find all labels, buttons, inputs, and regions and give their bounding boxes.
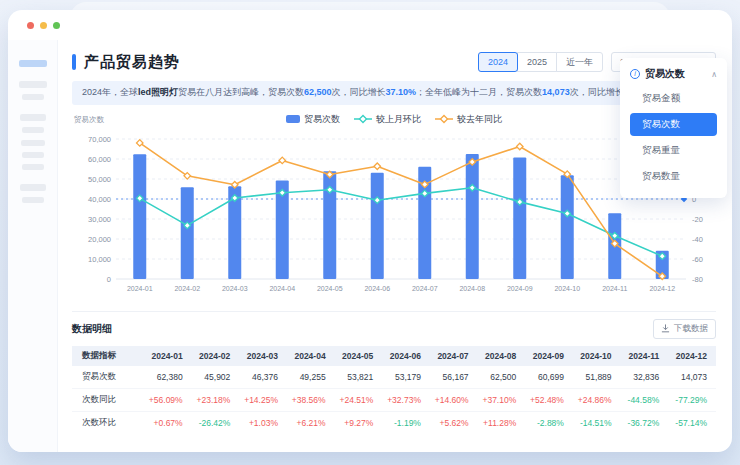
table-header-cell: 2024-09 bbox=[525, 346, 573, 366]
x-axis-label: 2024-02 bbox=[174, 285, 200, 292]
table-cell: 62,500 bbox=[478, 366, 526, 389]
table-cell: +38.56% bbox=[287, 389, 335, 412]
table-cell: -57.14% bbox=[668, 412, 716, 435]
year-filter-button[interactable]: 2024 bbox=[478, 52, 518, 72]
table-cell: -36.72% bbox=[621, 412, 669, 435]
sidebar-nav-item[interactable] bbox=[19, 81, 47, 88]
sidebar-nav-item[interactable] bbox=[22, 127, 44, 133]
sidebar-nav-item[interactable] bbox=[22, 164, 44, 170]
table-cell: +5.62% bbox=[430, 412, 478, 435]
legend-label: 较去年同比 bbox=[457, 113, 502, 126]
legend-item[interactable]: 贸易次数 bbox=[286, 113, 340, 126]
sidebar-nav-item[interactable] bbox=[21, 140, 45, 146]
dropdown-selected-label: 贸易次数 bbox=[645, 67, 685, 81]
svg-text:-80: -80 bbox=[692, 274, 703, 283]
sidebar-nav-item[interactable] bbox=[22, 152, 44, 158]
sidebar-nav-item[interactable] bbox=[22, 94, 44, 100]
summary-segment: 贸易在八月达到高峰，贸易次数 bbox=[178, 87, 304, 97]
svg-text:30,000: 30,000 bbox=[88, 214, 111, 223]
year-filter-button[interactable]: 2025 bbox=[517, 52, 557, 72]
app-window: 产品贸易趋势 20242025近一年 2024-01 → 2024-12 202… bbox=[8, 10, 732, 452]
legend-line-marker bbox=[435, 114, 453, 124]
table-row: 次数同比+56.09%+23.18%+14.25%+38.56%+24.51%+… bbox=[72, 389, 716, 412]
summary-segment: 次，同比增长 bbox=[570, 87, 624, 97]
svg-text:10,000: 10,000 bbox=[88, 254, 111, 263]
table-cell: +14.60% bbox=[430, 389, 478, 412]
chevron-up-icon[interactable]: ∧ bbox=[711, 70, 717, 79]
svg-text:-60: -60 bbox=[692, 254, 703, 263]
table-cell: +0.67% bbox=[144, 412, 192, 435]
x-axis-label: 2024-01 bbox=[127, 285, 153, 292]
sidebar bbox=[8, 40, 58, 452]
dropdown-options: 贸易金额贸易次数贸易重量贸易数量 bbox=[630, 87, 717, 188]
table-header-cell: 2024-02 bbox=[192, 346, 240, 366]
dropdown-option-item[interactable]: 贸易数量 bbox=[630, 165, 717, 188]
sidebar-nav-item[interactable] bbox=[20, 114, 46, 121]
data-detail-section: 数据明细 下载数据 数据指标2024-012024-022024-032024-… bbox=[72, 311, 716, 435]
download-label: 下载数据 bbox=[674, 323, 708, 335]
table-cell: 62,380 bbox=[144, 366, 192, 389]
dropdown-option-item[interactable]: 贸易金额 bbox=[630, 87, 717, 110]
table-cell: +14.25% bbox=[239, 389, 287, 412]
download-data-button[interactable]: 下载数据 bbox=[653, 319, 716, 339]
table-header-cell: 2024-12 bbox=[668, 346, 716, 366]
svg-text:0: 0 bbox=[107, 274, 111, 283]
legend-label: 较上月环比 bbox=[376, 113, 421, 126]
legend-item[interactable]: 较去年同比 bbox=[435, 113, 502, 126]
legend-item[interactable]: 较上月环比 bbox=[354, 113, 421, 126]
table-header-cell: 2024-08 bbox=[478, 346, 526, 366]
x-axis-label: 2024-05 bbox=[317, 285, 343, 292]
table-header-cell: 2024-04 bbox=[287, 346, 335, 366]
table-cell: 53,179 bbox=[382, 366, 430, 389]
table-cell: 45,902 bbox=[192, 366, 240, 389]
dropdown-option-item[interactable]: 贸易重量 bbox=[630, 139, 717, 162]
summary-segment: 2024年，全球 bbox=[82, 87, 138, 97]
year-filter-button[interactable]: 近一年 bbox=[556, 52, 603, 72]
table-cell: +23.18% bbox=[192, 389, 240, 412]
sidebar-nav-item[interactable] bbox=[22, 197, 44, 203]
legend-label: 贸易次数 bbox=[304, 113, 340, 126]
title-accent-bar bbox=[72, 54, 76, 70]
svg-text:-40: -40 bbox=[692, 234, 703, 243]
x-axis-label: 2024-08 bbox=[459, 285, 485, 292]
bar bbox=[371, 172, 384, 278]
window-control-minimize[interactable] bbox=[40, 22, 47, 29]
table-cell: 53,821 bbox=[335, 366, 383, 389]
table-cell: -44.58% bbox=[621, 389, 669, 412]
download-icon bbox=[661, 324, 670, 333]
table-cell: +1.03% bbox=[239, 412, 287, 435]
sidebar-nav-item-active[interactable] bbox=[19, 60, 47, 67]
svg-text:-20: -20 bbox=[692, 214, 703, 223]
left-axis-title: 贸易次数 bbox=[74, 115, 104, 125]
window-control-maximize[interactable] bbox=[53, 22, 60, 29]
table-cell: 49,255 bbox=[287, 366, 335, 389]
table-cell: +24.86% bbox=[573, 389, 621, 412]
table-cell: 14,073 bbox=[668, 366, 716, 389]
year-button-group: 20242025近一年 bbox=[478, 52, 603, 72]
dropdown-option-selected[interactable]: 贸易次数 bbox=[630, 113, 717, 136]
section-title: 数据明细 bbox=[72, 322, 112, 336]
line-series bbox=[136, 184, 665, 259]
table-header-cell: 2024-07 bbox=[430, 346, 478, 366]
window-control-close[interactable] bbox=[27, 22, 34, 29]
table-cell: +6.21% bbox=[287, 412, 335, 435]
table-cell: 60,699 bbox=[525, 366, 573, 389]
summary-segment: 62,500 bbox=[304, 87, 332, 97]
table-cell: +32.73% bbox=[382, 389, 430, 412]
table-header-cell: 数据指标 bbox=[72, 346, 144, 366]
x-axis-label: 2024-12 bbox=[649, 285, 675, 292]
table-header-cell: 2024-11 bbox=[621, 346, 669, 366]
bar bbox=[181, 187, 194, 279]
table-header-cell: 2024-03 bbox=[239, 346, 287, 366]
table-cell: +56.09% bbox=[144, 389, 192, 412]
summary-segment: ；全年低峰为十二月，贸易次数 bbox=[416, 87, 542, 97]
bar bbox=[561, 175, 574, 279]
bar bbox=[133, 154, 146, 279]
table-row: 次数环比+0.67%-26.42%+1.03%+6.21%+9.27%-1.19… bbox=[72, 412, 716, 435]
sidebar-nav-item[interactable] bbox=[20, 184, 46, 191]
x-axis-label: 2024-07 bbox=[412, 285, 438, 292]
table-header-cell: 2024-01 bbox=[144, 346, 192, 366]
svg-text:40,000: 40,000 bbox=[88, 194, 111, 203]
svg-text:50,000: 50,000 bbox=[88, 174, 111, 183]
info-icon: i bbox=[630, 69, 640, 79]
